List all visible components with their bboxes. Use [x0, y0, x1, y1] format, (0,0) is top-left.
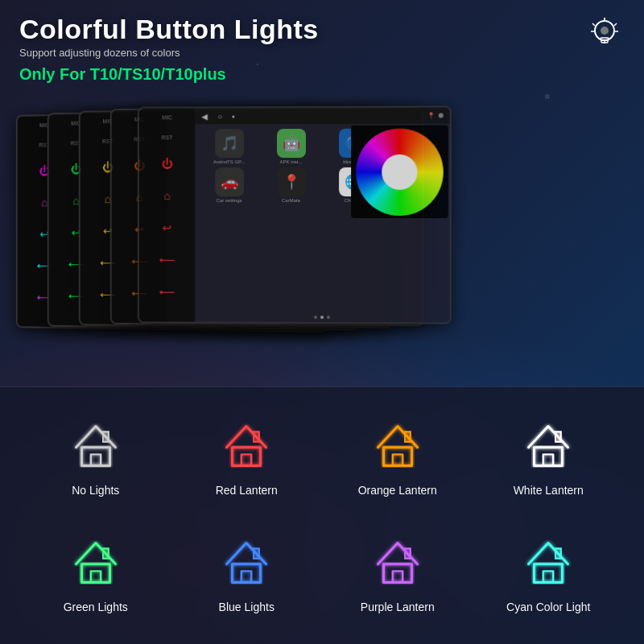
- svg-rect-24: [81, 564, 109, 583]
- light-item-orange-lantern[interactable]: Orange Lantern: [326, 403, 469, 512]
- page-subtitle: Support adjusting dozens of colors: [19, 47, 625, 59]
- svg-rect-13: [91, 455, 101, 466]
- light-label-green-lights: Green Lights: [64, 601, 128, 613]
- svg-rect-33: [535, 564, 563, 583]
- svg-rect-15: [233, 448, 261, 466]
- svg-rect-19: [393, 455, 402, 466]
- svg-rect-12: [81, 448, 109, 466]
- svg-rect-18: [383, 448, 411, 466]
- svg-point-9: [601, 27, 609, 35]
- light-label-orange-lantern: Orange Lantern: [358, 484, 437, 497]
- compatibility-note: Only For T10/TS10/T10plus: [19, 65, 625, 84]
- svg-rect-28: [242, 571, 251, 582]
- header-section: Colorful Button Lights Support adjusting…: [19, 14, 625, 84]
- light-label-red-lantern: Red Lantern: [216, 484, 278, 497]
- light-label-purple-lantern: Purple Lantern: [361, 601, 435, 613]
- svg-line-4: [592, 23, 595, 26]
- svg-rect-34: [543, 571, 553, 582]
- light-label-cyan-color-light: Cyan Color Light: [506, 601, 590, 613]
- light-item-blue-lights[interactable]: Blue Lights: [175, 520, 319, 629]
- page-title: Colorful Button Lights: [19, 14, 625, 44]
- svg-rect-30: [383, 564, 411, 583]
- screens-section: MIC RST ⏻ ⌂ ↩ ⟵ ⟵ MIC RST ⏻ ⌂ ↩: [8, 105, 636, 354]
- screen-stack: MIC RST ⏻ ⌂ ↩ ⟵ ⟵ MIC RST ⏻ ⌂ ↩: [8, 105, 636, 354]
- svg-line-3: [614, 23, 617, 26]
- light-item-no-lights[interactable]: No Lights: [24, 403, 167, 512]
- screen-5-main: MIC RST ⏻ ⌂ ↩ ⟵ ⟵ ◀ ○ ▪: [138, 105, 452, 324]
- svg-rect-25: [91, 571, 101, 582]
- light-item-green-lights[interactable]: Green Lights: [24, 520, 167, 629]
- light-label-blue-lights: Blue Lights: [219, 601, 275, 613]
- svg-rect-27: [233, 564, 261, 583]
- light-item-cyan-color-light[interactable]: Cyan Color Light: [477, 520, 621, 629]
- light-label-white-lantern: White Lantern: [514, 484, 584, 497]
- bulb-icon: [584, 14, 625, 55]
- light-item-white-lantern[interactable]: White Lantern: [477, 403, 621, 512]
- svg-rect-31: [393, 571, 402, 582]
- light-item-purple-lantern[interactable]: Purple Lantern: [326, 520, 469, 629]
- svg-rect-16: [242, 455, 251, 466]
- light-item-red-lantern[interactable]: Red Lantern: [175, 403, 319, 512]
- svg-rect-22: [543, 455, 553, 466]
- svg-rect-21: [535, 448, 563, 466]
- lights-section: No Lights Red Lantern: [0, 386, 644, 644]
- light-label-no-lights: No Lights: [72, 484, 119, 497]
